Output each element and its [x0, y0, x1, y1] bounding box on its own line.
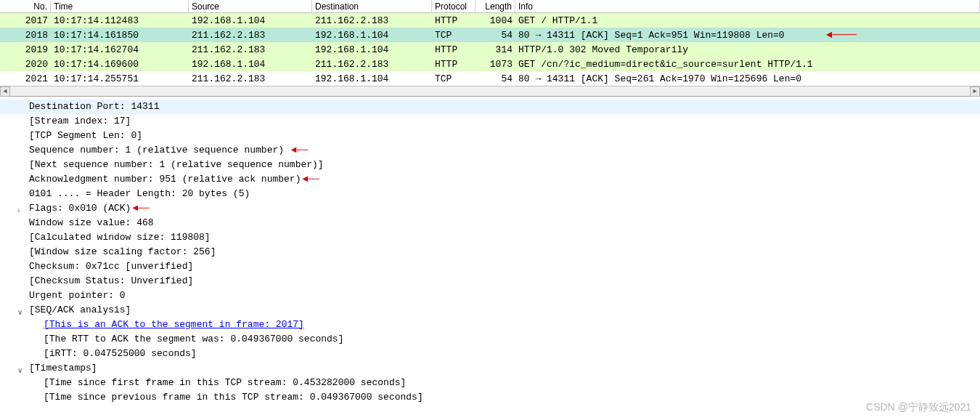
cell-info: HTTP/1.0 302 Moved Temporarily	[515, 44, 980, 56]
annotation-arrow-icon: ◄────	[826, 29, 857, 41]
detail-seq-ack-analysis[interactable]: ∨ [SEQ/ACK analysis]	[0, 303, 980, 318]
cell-time: 10:17:14.112483	[51, 15, 189, 27]
cell-destination: 211.162.2.183	[312, 58, 432, 70]
detail-urgent-pointer[interactable]: Urgent pointer: 0	[0, 288, 980, 303]
cell-source: 211.162.2.183	[189, 29, 312, 41]
detail-irtt[interactable]: [iRTT: 0.047525000 seconds]	[0, 347, 980, 361]
detail-header-length[interactable]: 0101 .... = Header Length: 20 bytes (5)	[0, 187, 980, 201]
detail-timestamps[interactable]: ∨ [Timestamps]	[0, 361, 980, 376]
cell-info: GET /cn/?ic_medium=direct&ic_source=surl…	[515, 58, 980, 70]
cell-no: 2019	[0, 44, 51, 56]
cell-source: 211.162.2.183	[189, 73, 312, 85]
detail-sequence-number[interactable]: Sequence number: 1 (relative sequence nu…	[0, 143, 980, 158]
annotation-arrow-icon: ◄──	[302, 174, 319, 185]
cell-destination: 192.168.1.104	[312, 44, 432, 56]
cell-no: 2021	[0, 73, 51, 85]
detail-flags[interactable]: › Flags: 0x010 (ACK)◄──	[0, 201, 980, 216]
packet-row[interactable]: 202010:17:14.169600192.168.1.104211.162.…	[0, 57, 980, 71]
annotation-arrow-icon: ◄──	[132, 203, 149, 214]
detail-window-size[interactable]: Window size value: 468	[0, 216, 980, 230]
detail-calc-window[interactable]: [Calculated window size: 119808]	[0, 230, 980, 245]
packet-row[interactable]: 201710:17:14.112483192.168.1.104211.162.…	[0, 13, 980, 28]
cell-protocol: TCP	[432, 73, 475, 85]
expand-toggle-icon[interactable]: ›	[17, 203, 26, 212]
detail-ack-number[interactable]: Acknowledgment number: 951 (relative ack…	[0, 172, 980, 187]
cell-info: GET / HTTP/1.1	[515, 15, 980, 27]
detail-window-scale[interactable]: [Window size scaling factor: 256]	[0, 245, 980, 259]
watermark-text: CSDN @宁静致远2021	[866, 401, 971, 414]
cell-time: 10:17:14.161850	[51, 29, 189, 41]
packet-details-pane: Destination Port: 14311 [Stream index: 1…	[0, 97, 980, 408]
cell-protocol: HTTP	[432, 44, 475, 56]
col-header-source[interactable]: Source	[189, 1, 312, 12]
cell-source: 192.168.1.104	[189, 58, 312, 70]
cell-length: 1073	[475, 58, 515, 70]
cell-no: 2017	[0, 15, 51, 27]
collapse-toggle-icon[interactable]: ∨	[17, 363, 26, 372]
col-header-no[interactable]: No.	[0, 1, 51, 12]
cell-info: 80 → 14311 [ACK] Seq=261 Ack=1970 Win=12…	[515, 73, 980, 85]
packet-rows-container: 201710:17:14.112483192.168.1.104211.162.…	[0, 13, 980, 86]
cell-source: 192.168.1.104	[189, 15, 312, 27]
cell-protocol: TCP	[432, 29, 475, 41]
col-header-protocol[interactable]: Protocol	[432, 1, 475, 12]
packet-row[interactable]: 202110:17:14.255751211.162.2.183192.168.…	[0, 71, 980, 86]
cell-destination: 192.168.1.104	[312, 29, 432, 41]
horizontal-scrollbar[interactable]: ◄ ►	[0, 86, 980, 96]
cell-time: 10:17:14.255751	[51, 73, 189, 85]
cell-protocol: HTTP	[432, 15, 475, 27]
detail-rtt[interactable]: [The RTT to ACK the segment was: 0.04936…	[0, 332, 980, 347]
detail-ack-frame-link[interactable]: [This is an ACK to the segment in frame:…	[0, 318, 980, 332]
cell-no: 2018	[0, 29, 51, 41]
annotation-arrow-icon: ◄──	[285, 145, 308, 156]
cell-protocol: HTTP	[432, 58, 475, 70]
packet-row[interactable]: 201810:17:14.161850211.162.2.183192.168.…	[0, 28, 980, 42]
collapse-toggle-icon[interactable]: ∨	[17, 305, 26, 314]
packet-row[interactable]: 201910:17:14.162704211.162.2.183192.168.…	[0, 42, 980, 57]
cell-time: 10:17:14.169600	[51, 58, 189, 70]
cell-destination: 192.168.1.104	[312, 73, 432, 85]
cell-info: 80 → 14311 [ACK] Seq=1 Ack=951 Win=11980…	[515, 29, 980, 41]
col-header-time[interactable]: Time	[51, 1, 189, 12]
detail-checksum[interactable]: Checksum: 0x71cc [unverified]	[0, 259, 980, 274]
detail-tcp-segment-len[interactable]: [TCP Segment Len: 0]	[0, 129, 980, 143]
cell-length: 54	[475, 29, 515, 41]
detail-time-first-frame[interactable]: [Time since first frame in this TCP stre…	[0, 376, 980, 390]
cell-length: 1004	[475, 15, 515, 27]
detail-next-sequence[interactable]: [Next sequence number: 1 (relative seque…	[0, 158, 980, 172]
detail-checksum-status[interactable]: [Checksum Status: Unverified]	[0, 274, 980, 288]
scroll-left-button[interactable]: ◄	[0, 86, 10, 97]
detail-time-prev-frame[interactable]: [Time since previous frame in this TCP s…	[0, 390, 980, 405]
cell-time: 10:17:14.162704	[51, 44, 189, 56]
detail-destination-port[interactable]: Destination Port: 14311	[0, 100, 980, 114]
col-header-length[interactable]: Length	[475, 1, 515, 12]
col-header-info[interactable]: Info	[515, 1, 980, 12]
detail-stream-index[interactable]: [Stream index: 17]	[0, 114, 980, 129]
cell-destination: 211.162.2.183	[312, 15, 432, 27]
cell-length: 54	[475, 73, 515, 85]
packet-header-row: No. Time Source Destination Protocol Len…	[0, 0, 980, 13]
col-header-destination[interactable]: Destination	[312, 1, 432, 12]
cell-source: 211.162.2.183	[189, 44, 312, 56]
packet-list-pane: No. Time Source Destination Protocol Len…	[0, 0, 980, 97]
scroll-right-button[interactable]: ►	[970, 86, 980, 97]
cell-no: 2020	[0, 58, 51, 70]
frame-link[interactable]: [This is an ACK to the segment in frame:…	[44, 319, 304, 330]
cell-length: 314	[475, 44, 515, 56]
